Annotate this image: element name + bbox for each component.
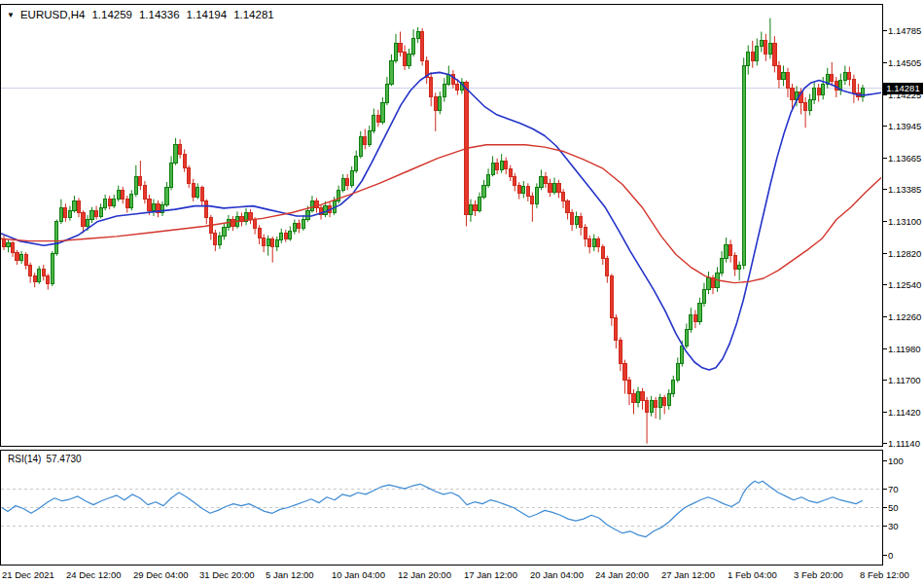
time-axis-label: 10 Jan 04:00 [332,569,385,580]
price-axis-label: 1.14785 [888,25,921,36]
time-axis-label: 5 Jan 12:00 [266,569,314,580]
time-axis-label: 27 Jan 12:00 [661,569,715,580]
price-axis-label: 1.14505 [888,57,921,68]
price-axis-label: 1.13945 [888,121,921,131]
current-price-tag: 1.14281 [883,83,923,94]
chart-title: ▼EURUSD,H41.142591.143361.141941.14281 [7,9,274,20]
time-axis-label: 8 Feb 12:00 [860,569,909,580]
price-axis-label: 1.11420 [888,407,921,418]
price-axis-label: 1.13100 [888,216,921,227]
price-axis-label: 1.12820 [888,248,921,259]
price-axis-label: 1.11980 [888,344,921,354]
price-axis-label: 1.11140 [888,438,920,449]
chart-canvas[interactable] [0,0,924,584]
chart-window: ▼EURUSD,H41.142591.143361.141941.14281 R… [0,0,924,584]
ohlc-close: 1.14281 [233,9,274,20]
price-axis-label: 1.11700 [888,375,921,385]
time-axis-label: 21 Dec 2021 [2,569,54,580]
rsi-label: RSI(14) [8,454,41,464]
price-axis-label: 1.13385 [888,184,921,195]
price-axis-label: 1.12540 [888,279,921,290]
symbol-dropdown-icon[interactable]: ▼ [7,11,15,19]
time-axis-label: 24 Jan 20:00 [595,569,649,580]
symbol-timeframe-label: EURUSD,H4 [20,9,85,20]
time-axis-label: 29 Dec 04:00 [133,569,189,580]
ohlc-high: 1.14336 [139,9,180,20]
rsi-axis-label: 70 [888,484,899,494]
time-axis-label: 1 Feb 04:00 [728,569,777,580]
ohlc-low: 1.14194 [187,9,228,20]
time-axis-label: 12 Jan 20:00 [398,569,451,580]
rsi-axis-label: 50 [888,502,899,513]
rsi-axis-label: 30 [888,521,899,531]
price-axis-label: 1.12260 [888,311,921,322]
price-axis-label: 1.13665 [888,153,921,164]
time-axis-label: 17 Jan 12:00 [464,569,517,580]
rsi-indicator-header: RSI(14)57.4730 [8,454,82,464]
rsi-axis-label: 100 [888,456,904,466]
ohlc-open: 1.14259 [91,9,132,20]
time-axis-label: 24 Dec 12:00 [66,569,122,580]
rsi-axis-label: 0 [888,550,893,561]
rsi-value: 57.4730 [46,454,81,464]
time-axis-label: 3 Feb 20:00 [794,569,843,580]
time-axis-label: 20 Jan 04:00 [530,569,584,580]
time-axis-label: 31 Dec 20:00 [199,569,255,580]
